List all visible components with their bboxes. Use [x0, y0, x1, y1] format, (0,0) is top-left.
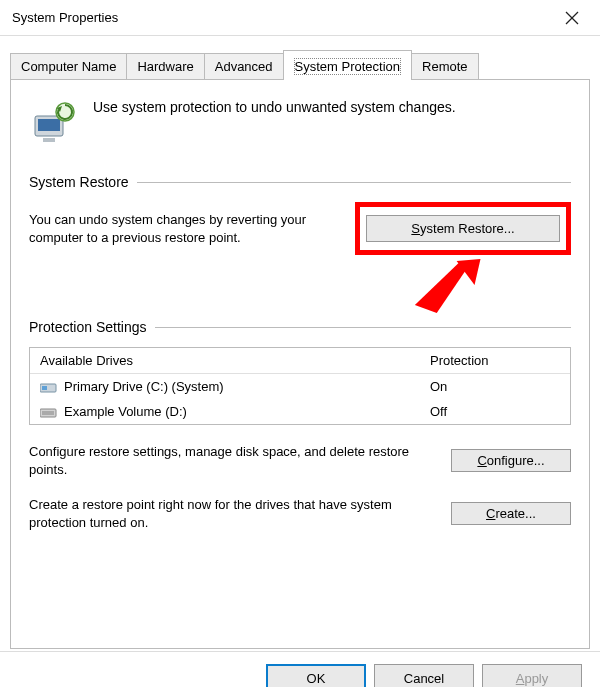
tab-hardware[interactable]: Hardware — [126, 53, 204, 79]
configure-button[interactable]: Configure... — [451, 449, 571, 472]
svg-marker-8 — [415, 263, 467, 313]
drive-icon — [40, 405, 58, 419]
ok-button[interactable]: OK — [266, 664, 366, 687]
drive-protection: On — [430, 379, 560, 394]
drive-protection: Off — [430, 404, 560, 419]
annotation-arrow-area — [29, 255, 571, 319]
arrow-icon — [29, 255, 571, 319]
button-label-rest: ystem Restore... — [420, 221, 515, 236]
tab-remote[interactable]: Remote — [411, 53, 479, 79]
restore-description: You can undo system changes by reverting… — [29, 211, 345, 246]
table-row[interactable]: Example Volume (D:) Off — [30, 399, 570, 424]
mnemonic: S — [411, 221, 420, 236]
button-label-rest: onfigure... — [487, 453, 545, 468]
svg-rect-3 — [38, 119, 60, 131]
svg-rect-12 — [42, 411, 54, 415]
drives-header-row: Available Drives Protection — [30, 348, 570, 374]
create-row: Create a restore point right now for the… — [29, 496, 571, 531]
restore-row: You can undo system changes by reverting… — [29, 202, 571, 255]
apply-button[interactable]: Apply — [482, 664, 582, 687]
highlight-box: System Restore... — [355, 202, 571, 255]
close-button[interactable] — [548, 2, 596, 34]
tab-computer-name[interactable]: Computer Name — [10, 53, 127, 79]
svg-rect-4 — [43, 138, 55, 142]
drive-name: Primary Drive (C:) (System) — [64, 379, 224, 394]
drive-name: Example Volume (D:) — [64, 404, 187, 419]
button-label-rest: pply — [524, 671, 548, 686]
tab-label: System Protection — [294, 58, 402, 75]
table-row[interactable]: Primary Drive (C:) (System) On — [30, 374, 570, 399]
drives-list: Available Drives Protection Primary Driv… — [29, 347, 571, 425]
dialog-footer: OK Cancel Apply — [0, 651, 600, 687]
system-protection-icon — [29, 98, 79, 148]
tab-label: Computer Name — [21, 59, 116, 74]
col-header-drives: Available Drives — [40, 353, 430, 368]
button-label-rest: reate... — [495, 506, 535, 521]
system-restore-button[interactable]: System Restore... — [366, 215, 560, 242]
cancel-button[interactable]: Cancel — [374, 664, 474, 687]
col-header-protection: Protection — [430, 353, 560, 368]
group-header-restore: System Restore — [29, 174, 571, 190]
tab-label: Hardware — [137, 59, 193, 74]
drive-icon — [40, 380, 58, 394]
tab-label: Advanced — [215, 59, 273, 74]
divider — [137, 182, 571, 183]
group-header-protection: Protection Settings — [29, 319, 571, 335]
create-button[interactable]: Create... — [451, 502, 571, 525]
create-description: Create a restore point right now for the… — [29, 496, 437, 531]
tab-panel-system-protection: Use system protection to undo unwanted s… — [10, 79, 590, 649]
tab-strip: Computer Name Hardware Advanced System P… — [10, 50, 590, 79]
tab-system-protection[interactable]: System Protection — [283, 50, 413, 80]
intro-text: Use system protection to undo unwanted s… — [93, 98, 456, 116]
divider — [155, 327, 571, 328]
configure-row: Configure restore settings, manage disk … — [29, 443, 571, 478]
title-bar: System Properties — [0, 0, 600, 36]
configure-description: Configure restore settings, manage disk … — [29, 443, 437, 478]
intro-row: Use system protection to undo unwanted s… — [29, 98, 571, 148]
close-icon — [565, 11, 579, 25]
window-title: System Properties — [12, 10, 548, 25]
group-label: System Restore — [29, 174, 129, 190]
tab-label: Remote — [422, 59, 468, 74]
svg-rect-10 — [42, 386, 47, 390]
tab-advanced[interactable]: Advanced — [204, 53, 284, 79]
mnemonic: C — [477, 453, 486, 468]
group-label: Protection Settings — [29, 319, 147, 335]
